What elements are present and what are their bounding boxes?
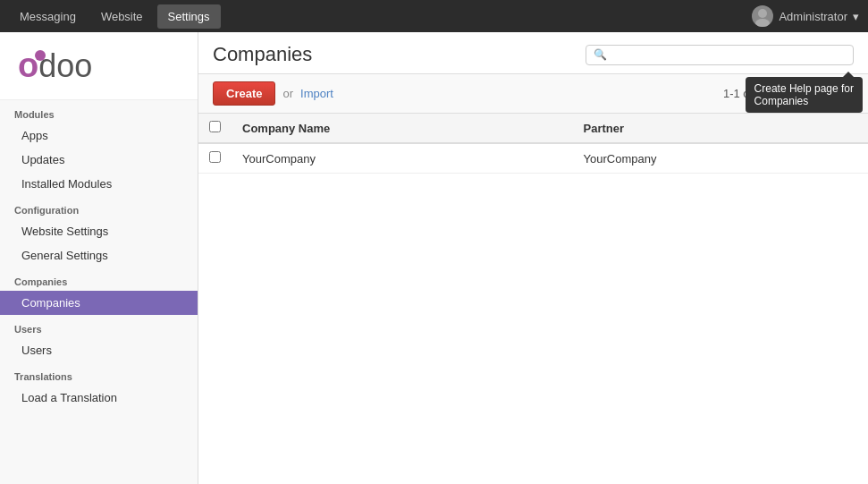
sidebar-item-apps[interactable]: Apps [0, 123, 198, 148]
logo: o doo [18, 47, 180, 85]
logo-dot [35, 50, 46, 61]
page-title: Companies [213, 43, 312, 66]
top-nav-left: Messaging Website Settings [9, 4, 221, 29]
main-header: Companies 🔍 [198, 32, 868, 74]
sidebar-item-users[interactable]: Users [0, 338, 198, 362]
table-header-row: Company Name Partner [198, 114, 868, 143]
partner-cell: YourCompany [573, 143, 869, 174]
sidebar-item-updates[interactable]: Updates [0, 148, 198, 172]
top-nav: Messaging Website Settings Administrator… [0, 0, 868, 32]
header-partner: Partner [573, 114, 869, 143]
dropdown-icon[interactable]: ▾ [853, 10, 859, 23]
sidebar-item-general-settings[interactable]: General Settings [0, 243, 198, 267]
or-text: or [282, 87, 293, 100]
sidebar: o doo Modules Apps Updates Installed Mod… [0, 32, 198, 484]
create-button[interactable]: Create [213, 81, 275, 106]
logo-area: o doo [0, 32, 198, 100]
sidebar-item-load-translation[interactable]: Load a Translation [0, 386, 198, 410]
tooltip: Create Help page forCompanies [746, 77, 863, 113]
nav-website[interactable]: Website [90, 4, 154, 29]
row-checkbox[interactable] [209, 151, 221, 163]
section-configuration: Configuration [0, 196, 198, 219]
tooltip-text: Create Help page forCompanies [754, 82, 854, 107]
nav-settings[interactable]: Settings [157, 4, 221, 29]
section-modules: Modules [0, 100, 198, 123]
header-company-name: Company Name [232, 114, 573, 143]
sidebar-item-companies[interactable]: Companies [0, 291, 198, 315]
sidebar-item-installed-modules[interactable]: Installed Modules [0, 172, 198, 196]
avatar [752, 5, 773, 27]
logo-doo: doo [38, 47, 92, 85]
search-bar[interactable]: 🔍 [586, 45, 854, 65]
header-checkbox-cell [198, 114, 232, 143]
layout: o doo Modules Apps Updates Installed Mod… [0, 32, 868, 484]
top-nav-right[interactable]: Administrator ▾ [752, 5, 859, 27]
import-link[interactable]: Import [300, 87, 333, 100]
search-input[interactable] [611, 48, 846, 62]
section-users: Users [0, 315, 198, 338]
admin-name: Administrator [779, 10, 847, 23]
row-checkbox-cell [198, 143, 232, 174]
section-companies: Companies [0, 267, 198, 291]
companies-table: Company Name Partner YourCompany YourCom… [198, 114, 868, 174]
nav-messaging[interactable]: Messaging [9, 4, 87, 29]
svg-point-1 [755, 19, 770, 27]
section-translations: Translations [0, 362, 198, 386]
svg-point-0 [758, 9, 767, 18]
main-content: Companies 🔍 Create or Import 1-1 of 1 ☰ … [198, 32, 868, 484]
search-icon: 🔍 [594, 48, 607, 61]
sidebar-item-website-settings[interactable]: Website Settings [0, 219, 198, 243]
select-all-checkbox[interactable] [209, 121, 221, 132]
table-row[interactable]: YourCompany YourCompany [198, 143, 868, 174]
company-name-cell: YourCompany [232, 143, 573, 174]
table-wrapper: Company Name Partner YourCompany YourCom… [198, 114, 868, 174]
